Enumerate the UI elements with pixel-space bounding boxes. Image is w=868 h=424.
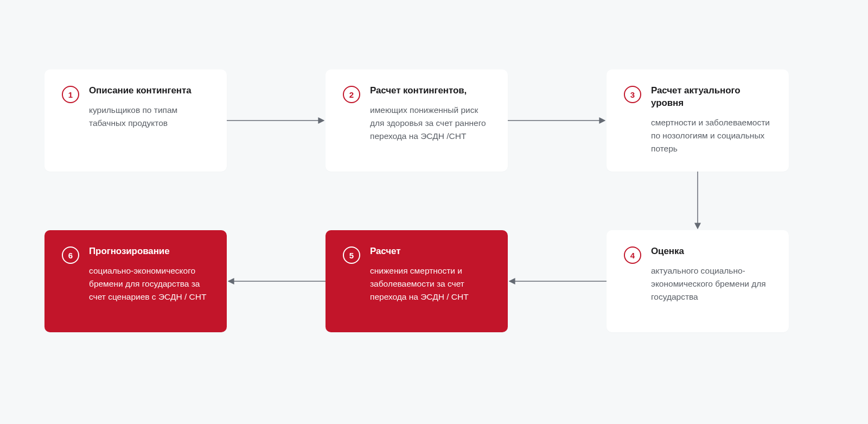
step-number-badge: 4 <box>624 246 641 264</box>
step-card-6: 6 Прогнозирование социально-экономическо… <box>44 230 227 332</box>
step-description: имеющих пониженный риск для здоровья за … <box>370 104 490 143</box>
step-description: социально-экономического бремени для гос… <box>89 264 209 303</box>
step-card-5: 5 Расчет снижения смертности и заболевае… <box>326 230 508 332</box>
step-card-4: 4 Оценка актуального социально-экономиче… <box>607 230 789 332</box>
flow-arrows <box>0 0 868 424</box>
step-number-badge: 3 <box>624 86 641 103</box>
step-title: Расчет контингентов, <box>370 85 490 97</box>
step-number-badge: 5 <box>343 246 360 264</box>
step-title: Расчет <box>370 245 490 258</box>
step-title: Оценка <box>651 245 771 258</box>
step-description: снижения смертности и заболеваемости за … <box>370 264 490 303</box>
step-card-1: 1 Описание контингента курильщиков по ти… <box>44 69 227 172</box>
step-title: Прогнозирование <box>89 245 209 258</box>
step-card-2: 2 Расчет контингентов, имеющих пониженны… <box>326 69 508 172</box>
step-description: курильщиков по типам табачных продуктов <box>89 104 209 130</box>
step-number-badge: 6 <box>62 246 79 264</box>
process-diagram: 1 Описание контингента курильщиков по ти… <box>0 0 868 424</box>
step-description: актуального социально-экономического бре… <box>651 264 771 303</box>
step-title: Расчет актуального уровня <box>651 85 771 110</box>
step-number-badge: 1 <box>62 86 79 103</box>
step-number-badge: 2 <box>343 86 360 103</box>
step-description: смертности и заболеваемости по нозология… <box>651 116 771 155</box>
step-card-3: 3 Расчет актуального уровня смертности и… <box>607 69 789 172</box>
step-title: Описание контингента <box>89 85 209 97</box>
